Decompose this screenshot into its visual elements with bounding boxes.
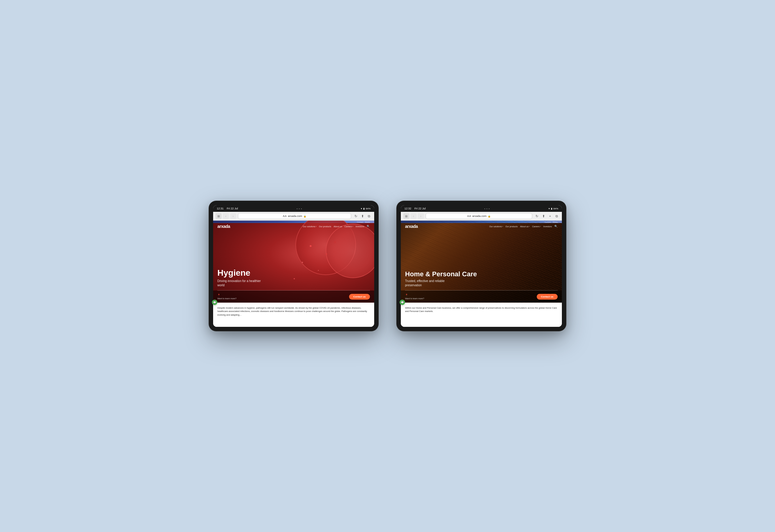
logo-x-char-1: x: [221, 224, 223, 229]
browser-actions-1: ↻ ⬆ ⧉: [353, 213, 372, 219]
status-dots-2: • • •: [484, 207, 490, 210]
location-pin-icon-1: 📍: [217, 294, 220, 297]
battery-pct-1: 84%: [366, 207, 370, 210]
site-nav-2: arxada Our solutions ▾ Our products Abou…: [401, 221, 562, 230]
back-btn-2[interactable]: ‹: [411, 213, 417, 219]
arxada-logo-1: arxada: [217, 224, 230, 229]
aa-label-1: AA: [283, 215, 287, 218]
grid-view-btn-2[interactable]: ⊞: [403, 213, 409, 219]
hero-subtitle-2: Trusted, effective and reliable preserva…: [405, 279, 454, 287]
status-day-2: Fri 22 Jul: [415, 207, 426, 210]
contact-us-btn-1[interactable]: Contact us: [349, 294, 370, 300]
hero-section-2: Contact Media arxada Our solutions ▾: [401, 221, 562, 303]
wifi-icon-1: ▾: [361, 207, 362, 210]
reload-btn-1[interactable]: ↻: [353, 213, 358, 219]
address-bar-2[interactable]: AA arxada.com 🔒: [426, 213, 532, 219]
nav-about-us-2[interactable]: About us ▾: [520, 225, 530, 228]
status-bar-left-1: 12:31 Fri 22 Jul: [217, 207, 238, 210]
site-nav-1: arxada Our solutions ▾ Our products Abou…: [213, 221, 374, 230]
content-section-2: 💬 Within our Home and Personal Care busi…: [401, 303, 562, 327]
content-text-1: Despite modern advances in hygiene, path…: [217, 306, 370, 317]
wifi-icon-2: ▾: [549, 207, 550, 210]
ipad-screen-1: 12:31 Fri 22 Jul • • • ▾ ▮ 84% ⊞: [213, 205, 374, 327]
content-section-1: 💬 Despite modern advances in hygiene, pa…: [213, 303, 374, 327]
search-icon-2[interactable]: 🔍: [554, 225, 558, 228]
hero-location-1: 📍 Want to learn more?: [217, 294, 236, 300]
ipad-screen-2: 12:32 Fri 22 Jul • • • ▾ ▮ 84% ⊞: [401, 205, 562, 327]
aa-label-2: AA: [467, 215, 471, 218]
browser-chrome-1: ⊞ ‹ › AA arxada.com 🔒 ↻: [213, 212, 374, 221]
nav-our-products-2[interactable]: Our products: [506, 225, 518, 228]
browser-nav-2[interactable]: ⊞ ‹ ›: [403, 213, 424, 219]
location-pin-icon-2: 📍: [405, 294, 408, 297]
lock-icon-1: 🔒: [303, 215, 306, 218]
hero-subtitle-1: Driving innovation for a healthier world: [217, 279, 266, 287]
contact-us-btn-2[interactable]: Contact us: [537, 294, 558, 300]
ipad-device-1: 12:31 Fri 22 Jul • • • ▾ ▮ 84% ⊞: [209, 201, 378, 331]
status-right-1: ▾ ▮ 84%: [361, 207, 370, 210]
status-bar-2: 12:32 Fri 22 Jul • • • ▾ ▮ 84%: [401, 205, 562, 212]
nav-about-us-1[interactable]: About us: [333, 225, 342, 228]
nav-our-solutions-1[interactable]: Our solutions ▾: [303, 225, 316, 228]
careers-arrow-1: ▾: [352, 225, 353, 227]
nav-careers-1[interactable]: Careers ▾: [344, 225, 353, 228]
tabs-btn-2[interactable]: ⧉: [554, 213, 560, 219]
tabs-btn-1[interactable]: ⧉: [366, 213, 372, 219]
solutions-arrow-1: ▾: [316, 225, 317, 227]
battery-icon-1: ▮: [363, 207, 364, 210]
hero-bottom-bar-2: 📍 Want to learn more? Contact us: [401, 291, 562, 303]
arxada-logo-2: arxada: [405, 224, 418, 229]
website-content-1: Contact Media arxada Our solutions ▾: [213, 221, 374, 327]
search-icon-1[interactable]: 🔍: [366, 225, 370, 228]
url-display-1: arxada.com: [288, 215, 302, 218]
status-dots-1: • • •: [297, 207, 302, 210]
petri-dot-6: [294, 278, 295, 279]
browser-toolbar-1: ⊞ ‹ › AA arxada.com 🔒 ↻: [213, 212, 374, 220]
status-bar-left-2: 12:32 Fri 22 Jul: [405, 207, 426, 210]
logo-x-char-2: x: [409, 224, 411, 229]
nav-investors-2[interactable]: Investors: [544, 225, 552, 228]
lock-icon-2: 🔒: [488, 215, 491, 218]
chat-widget-1[interactable]: 💬: [213, 303, 217, 305]
status-right-2: ▾ ▮ 84%: [549, 207, 558, 210]
ipad-device-2: 12:32 Fri 22 Jul • • • ▾ ▮ 84% ⊞: [397, 201, 566, 331]
browser-chrome-2: ⊞ ‹ › AA arxada.com 🔒 ↻: [401, 212, 562, 221]
hero-title-1: Hygiene: [217, 268, 266, 278]
petri-dot-5: [334, 241, 336, 243]
back-btn-1[interactable]: ‹: [223, 213, 229, 219]
hero-bottom-bar-1: 📍 Want to learn more? Contact us: [213, 291, 374, 303]
share-btn-1[interactable]: ⬆: [359, 213, 365, 219]
battery-icon-2: ▮: [551, 207, 552, 210]
nav-links-1: Our solutions ▾ Our products About us Ca…: [303, 225, 370, 228]
nav-our-solutions-2[interactable]: Our solutions ▾: [489, 225, 503, 228]
petri-dot-2: [302, 262, 303, 263]
hero-text-2: Home & Personal Care Trusted, effective …: [405, 271, 477, 287]
petri-dot-4: [318, 270, 319, 271]
hero-text-1: Hygiene Driving innovation for a healthi…: [217, 268, 266, 287]
add-tab-btn-2[interactable]: +: [547, 213, 553, 219]
want-to-learn-2: Want to learn more?: [405, 297, 424, 300]
chat-widget-2[interactable]: 💬: [401, 303, 405, 305]
forward-btn-2[interactable]: ›: [418, 213, 424, 219]
browser-actions-2: ↻ ⬆ + ⧉: [534, 213, 560, 219]
status-day-1: Fri 22 Jul: [227, 207, 238, 210]
content-text-2: Within our Home and Personal Care busine…: [405, 306, 558, 313]
hero-title-2: Home & Personal Care: [405, 271, 477, 278]
hero-section-1: Contact Media arxada Our solutions ▾: [213, 221, 374, 303]
share-btn-2[interactable]: ⬆: [541, 213, 546, 219]
address-bar-1[interactable]: AA arxada.com 🔒: [238, 213, 351, 219]
want-to-learn-1: Want to learn more?: [217, 297, 236, 300]
battery-pct-2: 84%: [553, 207, 558, 210]
grid-view-btn-1[interactable]: ⊞: [215, 213, 222, 219]
nav-links-2: Our solutions ▾ Our products About us ▾: [489, 225, 558, 228]
forward-btn-1[interactable]: ›: [230, 213, 236, 219]
nav-careers-2[interactable]: Careers ▾: [532, 225, 541, 228]
nav-our-products-1[interactable]: Our products: [319, 225, 331, 228]
status-bar-1: 12:31 Fri 22 Jul • • • ▾ ▮ 84%: [213, 205, 374, 212]
website-content-2: Contact Media arxada Our solutions ▾: [401, 221, 562, 327]
hero-location-2: 📍 Want to learn more?: [405, 294, 424, 300]
reload-btn-2[interactable]: ↻: [534, 213, 540, 219]
solutions-arrow-2: ▾: [502, 225, 503, 227]
browser-nav-1[interactable]: ⊞ ‹ ›: [215, 213, 236, 219]
nav-investors-1[interactable]: Investors: [356, 225, 364, 228]
